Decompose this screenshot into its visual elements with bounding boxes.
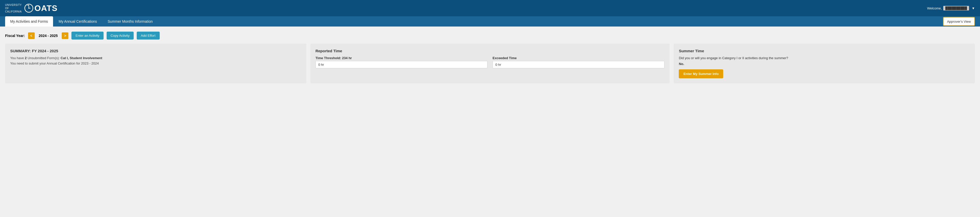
reported-time-title: Reported Time <box>315 49 665 53</box>
exceeded-value: 0 hr <box>493 61 665 68</box>
exceeded-label: Exceeded Time <box>493 56 665 60</box>
summary-line1-prefix: You have <box>10 56 25 60</box>
tab-summer[interactable]: Summer Months Information <box>103 16 158 27</box>
tab-certifications[interactable]: My Annual Certifications <box>54 16 102 27</box>
summary-card: SUMMARY: FY 2024 - 2025 You have 2 Unsub… <box>5 44 306 83</box>
summer-answer: No. <box>679 62 970 66</box>
summary-line2: You need to submit your Annual Certifica… <box>10 62 301 65</box>
clock-icon <box>24 3 33 13</box>
summary-title: SUMMARY: FY 2024 - 2025 <box>10 49 301 53</box>
fiscal-year-label: Fiscal Year: <box>5 34 25 38</box>
reported-time-card: Reported Time Time Threshold: 234 hr 0 h… <box>310 44 670 83</box>
enter-summer-info-button[interactable]: Enter My Summer Info <box>679 70 723 78</box>
summary-line1-suffix: Unsubmitted Form(s): <box>27 56 61 60</box>
summer-question: Did you or will you engage in Category I… <box>679 56 970 60</box>
cards-row: SUMMARY: FY 2024 - 2025 You have 2 Unsub… <box>5 44 975 83</box>
copy-activity-button[interactable]: Copy Activity <box>107 32 134 40</box>
next-year-button[interactable]: > <box>62 32 68 39</box>
exceeded-col: Exceeded Time 0 hr <box>493 56 665 68</box>
add-effort-button[interactable]: Add Effort <box>137 32 160 40</box>
prev-year-button[interactable]: < <box>28 32 35 39</box>
summary-line1: You have 2 Unsubmitted Form(s): Cat I, S… <box>10 56 301 60</box>
user-name: ██████████ <box>943 6 969 11</box>
time-row: Time Threshold: 234 hr 0 hr Exceeded Tim… <box>315 56 665 68</box>
fiscal-year-value: 2024 - 2025 <box>38 34 59 38</box>
summary-count: 2 <box>25 56 27 60</box>
uc-text: UNIVERSITY OF CALIFORNIA <box>5 3 22 13</box>
summary-type: Cat I, Student Involvement <box>61 56 102 60</box>
app-header: UNIVERSITY OF CALIFORNIA OATS Welcome, █… <box>0 0 980 16</box>
welcome-label: Welcome, <box>927 6 942 10</box>
summer-title: Summer Time <box>679 49 970 53</box>
summer-card: Summer Time Did you or will you engage i… <box>674 44 975 83</box>
nav-tabs: My Activities and Forms My Annual Certif… <box>0 16 980 27</box>
enter-activity-button[interactable]: Enter an Activity <box>72 32 103 40</box>
approver-view-button[interactable]: Approver's View <box>943 17 975 26</box>
toolbar: Fiscal Year: < 2024 - 2025 > Enter an Ac… <box>5 32 975 40</box>
welcome-area: Welcome, ██████████ ▼ <box>927 6 975 11</box>
threshold-label: Time Threshold: 234 hr <box>315 56 487 60</box>
threshold-col: Time Threshold: 234 hr 0 hr <box>315 56 487 68</box>
tab-activities[interactable]: My Activities and Forms <box>5 16 53 27</box>
threshold-value: 0 hr <box>315 61 487 68</box>
app-name: OATS <box>35 3 58 13</box>
user-menu-chevron-icon[interactable]: ▼ <box>972 6 975 10</box>
logo-area: UNIVERSITY OF CALIFORNIA OATS <box>5 3 58 13</box>
oats-logo: OATS <box>24 3 58 13</box>
main-content: Fiscal Year: < 2024 - 2025 > Enter an Ac… <box>0 27 980 89</box>
